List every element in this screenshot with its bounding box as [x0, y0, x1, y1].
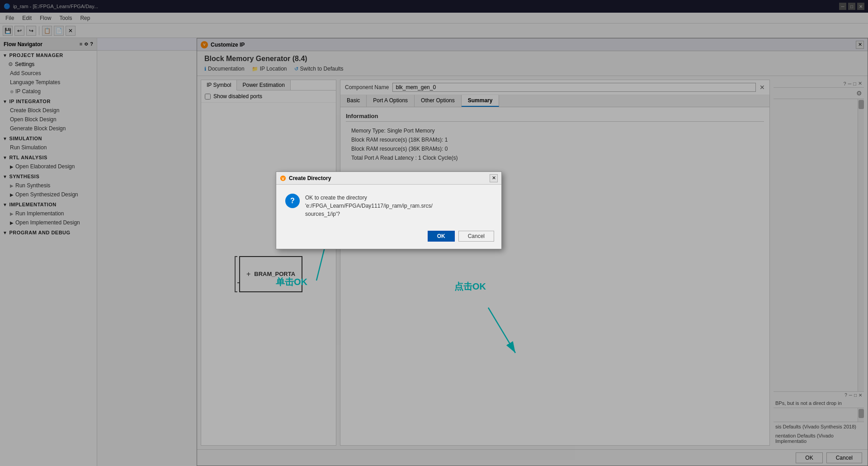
dialog-overlay: V Create Directory ✕ ? OK to create the … — [0, 0, 868, 466]
dialog-body: ? OK to create the directory 'e:/FPGA_Le… — [276, 185, 501, 227]
dialog-close-button[interactable]: ✕ — [490, 174, 498, 182]
create-dir-ok-button[interactable]: OK — [428, 231, 455, 242]
dialog-titlebar-left: V Create Directory — [280, 175, 331, 181]
dialog-message-line1: OK to create the directory 'e:/FPGA_Lear… — [305, 195, 433, 209]
vivado-dialog-icon: V — [280, 175, 286, 181]
dialog-message-line2: sources_1/ip'? — [305, 211, 340, 217]
dialog-buttons: OK Cancel — [276, 227, 501, 249]
dialog-title: Create Directory — [289, 175, 331, 181]
create-directory-dialog: V Create Directory ✕ ? OK to create the … — [276, 171, 502, 249]
question-circle-icon: ? — [285, 194, 300, 208]
dialog-message: OK to create the directory 'e:/FPGA_Lear… — [305, 194, 492, 218]
create-dir-cancel-button[interactable]: Cancel — [458, 231, 494, 242]
svg-text:V: V — [282, 176, 284, 181]
dialog-titlebar: V Create Directory ✕ — [276, 172, 501, 185]
